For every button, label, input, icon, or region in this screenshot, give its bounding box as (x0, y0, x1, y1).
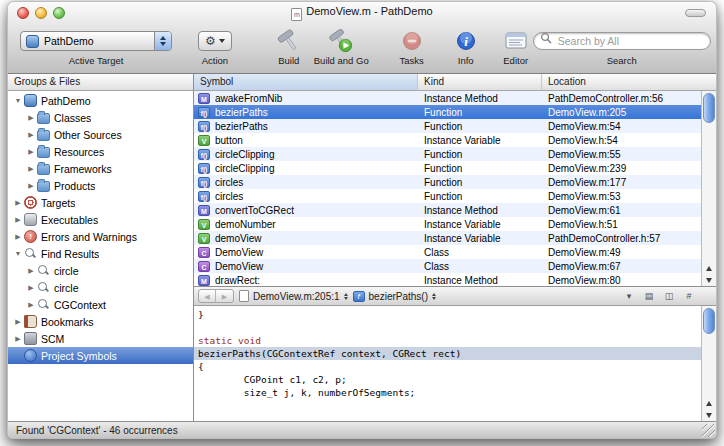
disclosure-triangle-icon[interactable]: ▶ (25, 267, 37, 275)
variable-symbol-icon: V (198, 233, 210, 244)
disclosure-triangle-icon[interactable]: ▼ (12, 97, 24, 104)
forward-button[interactable]: ▶ (216, 290, 233, 302)
symbol-row-awakeFromNib[interactable]: MawakeFromNibInstance MethodPathDemoCont… (194, 91, 701, 105)
sidebar-item-bookmarks[interactable]: ▶Bookmarks (8, 313, 193, 330)
scroll-down-button[interactable] (702, 409, 716, 421)
sidebar-item-frameworks[interactable]: ▶Frameworks (8, 160, 193, 177)
disclosure-triangle-icon[interactable]: ▶ (12, 199, 24, 207)
disclosure-triangle-icon[interactable]: ▶ (25, 165, 37, 173)
sidebar-item-circle[interactable]: ▶circle (8, 279, 193, 296)
scroll-down-button[interactable] (702, 274, 716, 286)
sidebar-item-targets[interactable]: ▶Targets (8, 194, 193, 211)
column-header-location[interactable]: Location (542, 74, 716, 91)
symbol-row-demoView[interactable]: VdemoViewInstance VariablePathDemoContro… (194, 231, 701, 245)
symbol-row-circleClipping[interactable]: f()circleClippingFunctionDemoView.m:239 (194, 161, 701, 175)
counterpart-icon[interactable]: ◫ (662, 291, 676, 301)
find-small-icon (37, 298, 50, 311)
disclosure-triangle-icon[interactable]: ▶ (25, 114, 37, 122)
bookmarks-popup-icon[interactable]: ▾ (622, 291, 636, 301)
build-button[interactable] (272, 28, 306, 54)
function-popup[interactable]: f bezierPaths() (353, 291, 436, 302)
column-header-symbol[interactable]: Symbol (194, 74, 418, 91)
symbol-location: DemoView.m:49 (542, 247, 701, 258)
sidebar-item-products[interactable]: ▶Products (8, 177, 193, 194)
disclosure-triangle-icon[interactable]: ▶ (12, 318, 24, 326)
symbol-row-bezierPaths[interactable]: f()bezierPathsFunctionDemoView.m:205 (194, 105, 701, 119)
scm-icon (24, 332, 37, 345)
toolbar-toggle-button[interactable] (685, 9, 706, 17)
build-and-go-button[interactable] (324, 28, 358, 54)
folder-icon (37, 147, 50, 158)
symbol-row-demoNumber[interactable]: VdemoNumberInstance VariableDemoView.h:5… (194, 217, 701, 231)
popup-stepper-icon (154, 32, 171, 50)
method-symbol-icon: M (198, 205, 210, 216)
sidebar-item-other-sources[interactable]: ▶Other Sources (8, 126, 193, 143)
file-popup[interactable]: DemoView.m:205:1 (239, 290, 348, 302)
table-scrollbar[interactable] (701, 91, 716, 286)
method-symbol-icon: M (198, 275, 210, 286)
sidebar-item-label: Resources (54, 146, 104, 158)
line-number-popup-icon[interactable]: # (682, 291, 696, 301)
symbol-location: DemoView.m:239 (542, 163, 701, 174)
main-pane: Symbol Kind Location MawakeFromNibInstan… (194, 74, 716, 421)
disclosure-triangle-icon[interactable]: ▶ (12, 335, 24, 343)
active-target-popup[interactable]: PathDemo (20, 31, 172, 51)
symbol-row-DemoView[interactable]: CDemoViewClassDemoView.m:67 (194, 259, 701, 273)
sidebar-item-circle[interactable]: ▶circle (8, 262, 193, 279)
symbol-name: awakeFromNib (215, 93, 282, 104)
sidebar-item-errors-and-warnings[interactable]: ▶Errors and Warnings (8, 228, 193, 245)
titlebar[interactable]: mDemoView.m - PathDemo (8, 2, 716, 24)
sidebar-item-cgcontext[interactable]: ▶CGContext (8, 296, 193, 313)
function-icon: f (353, 291, 365, 302)
sidebar-item-pathdemo[interactable]: ▼PathDemo (8, 92, 193, 109)
scrollbar-thumb[interactable] (703, 93, 715, 123)
disclosure-triangle-icon[interactable]: ▶ (25, 301, 37, 309)
editor-scrollbar[interactable] (701, 306, 716, 421)
info-button[interactable]: i (449, 28, 483, 54)
sidebar-item-executables[interactable]: ▶Executables (8, 211, 193, 228)
symbol-row-circleClipping[interactable]: f()circleClippingFunctionDemoView.m:55 (194, 147, 701, 161)
code-editor[interactable]: } static voidbezierPaths(CGContextRef co… (194, 306, 716, 421)
resize-grip[interactable] (702, 424, 715, 437)
breakpoints-icon[interactable]: ▤ (642, 291, 656, 301)
sidebar-item-scm[interactable]: ▶SCM (8, 330, 193, 347)
scrollbar-thumb[interactable] (703, 308, 715, 334)
hammer-icon (276, 29, 302, 53)
symbol-name: button (215, 135, 243, 146)
tasks-button[interactable] (395, 28, 429, 54)
symbol-row-DemoView[interactable]: CDemoViewClassDemoView.m:49 (194, 245, 701, 259)
search-input[interactable] (533, 32, 711, 50)
sidebar-item-resources[interactable]: ▶Resources (8, 143, 193, 160)
sidebar-item-project-symbols[interactable]: Project Symbols (8, 347, 193, 364)
symbol-row-convertToCGRect[interactable]: MconvertToCGRectInstance MethodDemoView.… (194, 203, 701, 217)
disclosure-triangle-icon[interactable]: ▶ (12, 216, 24, 224)
symbol-row-button[interactable]: VbuttonInstance VariableDemoView.h:54 (194, 133, 701, 147)
scroll-up-button[interactable] (702, 397, 716, 409)
disclosure-triangle-icon[interactable]: ▶ (25, 284, 37, 292)
svg-text:i: i (464, 34, 468, 49)
symbol-location: DemoView.m:80 (542, 275, 701, 286)
disclosure-triangle-icon[interactable]: ▼ (12, 250, 24, 257)
disclosure-triangle-icon[interactable]: ▶ (25, 148, 37, 156)
scroll-up-button[interactable] (702, 262, 716, 274)
symbol-row-bezierPaths[interactable]: f()bezierPathsFunctionDemoView.m:54 (194, 119, 701, 133)
disclosure-triangle-icon[interactable]: ▶ (25, 182, 37, 190)
column-header-kind[interactable]: Kind (418, 74, 542, 91)
symbol-row-circles[interactable]: f()circlesFunctionDemoView.m:53 (194, 189, 701, 203)
sidebar-item-classes[interactable]: ▶Classes (8, 109, 193, 126)
variable-symbol-icon: V (198, 219, 210, 230)
disclosure-triangle-icon[interactable]: ▶ (25, 131, 37, 139)
symbol-name: circleClipping (215, 149, 274, 160)
sidebar-item-label: Targets (41, 197, 75, 209)
symbol-row-drawRect-[interactable]: MdrawRect:Instance MethodDemoView.m:80 (194, 273, 701, 286)
sidebar-header[interactable]: Groups & Files (8, 74, 193, 91)
disclosure-triangle-icon[interactable]: ▶ (12, 233, 24, 241)
back-button[interactable]: ◀ (199, 290, 216, 302)
navbar-buttons: ▾ ▤ ◫ # (622, 291, 712, 301)
sidebar-item-label: CGContext (54, 299, 106, 311)
sidebar-item-find-results[interactable]: ▼Find Results (8, 245, 193, 262)
action-button[interactable]: ⚙ (198, 31, 232, 51)
editor-button[interactable] (499, 28, 533, 54)
symbol-row-circles[interactable]: f()circlesFunctionDemoView.m:177 (194, 175, 701, 189)
symbol-kind: Class (418, 261, 542, 272)
